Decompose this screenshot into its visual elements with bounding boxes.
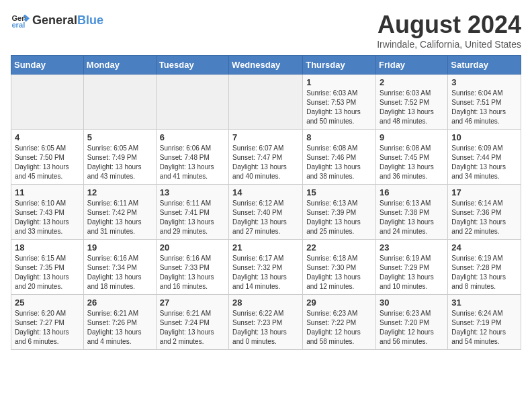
calendar-cell: 16Sunrise: 6:13 AM Sunset: 7:38 PM Dayli…	[376, 185, 448, 240]
logo-blue: Blue	[77, 13, 103, 27]
day-number: 19	[87, 242, 152, 253]
calendar-cell	[229, 75, 303, 130]
day-number: 5	[87, 132, 152, 142]
logo: Gen eral GeneralBlue	[11, 11, 103, 30]
calendar-cell: 31Sunrise: 6:24 AM Sunset: 7:19 PM Dayli…	[448, 295, 521, 350]
day-number: 22	[306, 242, 372, 253]
day-number: 13	[160, 187, 225, 197]
logo-icon: Gen eral	[11, 11, 30, 30]
calendar-cell: 30Sunrise: 6:23 AM Sunset: 7:20 PM Dayli…	[376, 295, 448, 350]
calendar-cell: 4Sunrise: 6:05 AM Sunset: 7:50 PM Daylig…	[11, 130, 84, 185]
week-row-1: 4Sunrise: 6:05 AM Sunset: 7:50 PM Daylig…	[11, 130, 521, 185]
day-info: Sunrise: 6:11 AM Sunset: 7:41 PM Dayligh…	[160, 199, 225, 236]
calendar-cell	[83, 75, 156, 130]
logo-text: GeneralBlue	[32, 13, 103, 28]
day-info: Sunrise: 6:08 AM Sunset: 7:46 PM Dayligh…	[306, 144, 372, 181]
calendar-cell: 5Sunrise: 6:05 AM Sunset: 7:49 PM Daylig…	[83, 130, 156, 185]
day-number: 30	[380, 298, 444, 308]
day-info: Sunrise: 6:23 AM Sunset: 7:20 PM Dayligh…	[380, 309, 444, 347]
calendar-cell: 15Sunrise: 6:13 AM Sunset: 7:39 PM Dayli…	[303, 185, 376, 240]
header-monday: Monday	[83, 56, 156, 75]
day-info: Sunrise: 6:19 AM Sunset: 7:28 PM Dayligh…	[451, 254, 517, 291]
day-info: Sunrise: 6:17 AM Sunset: 7:32 PM Dayligh…	[232, 254, 299, 291]
day-number: 11	[15, 187, 80, 197]
day-number: 3	[451, 77, 517, 87]
title-block: August 2024 Irwindale, California, Unite…	[377, 11, 521, 50]
header-friday: Friday	[376, 56, 448, 75]
header-tuesday: Tuesday	[156, 56, 228, 75]
week-row-2: 11Sunrise: 6:10 AM Sunset: 7:43 PM Dayli…	[11, 185, 521, 240]
calendar-cell: 19Sunrise: 6:16 AM Sunset: 7:34 PM Dayli…	[83, 240, 156, 295]
day-number: 10	[451, 132, 517, 142]
calendar-cell: 7Sunrise: 6:07 AM Sunset: 7:47 PM Daylig…	[229, 130, 303, 185]
day-number: 8	[306, 132, 372, 142]
day-number: 31	[451, 298, 517, 308]
calendar-cell: 18Sunrise: 6:15 AM Sunset: 7:35 PM Dayli…	[11, 240, 84, 295]
calendar-cell: 2Sunrise: 6:03 AM Sunset: 7:52 PM Daylig…	[376, 75, 448, 130]
calendar-cell: 23Sunrise: 6:19 AM Sunset: 7:29 PM Dayli…	[376, 240, 448, 295]
calendar-cell: 26Sunrise: 6:21 AM Sunset: 7:26 PM Dayli…	[83, 295, 156, 350]
day-number: 1	[306, 77, 372, 87]
calendar-title: August 2024	[377, 11, 521, 39]
calendar-body: 1Sunrise: 6:03 AM Sunset: 7:53 PM Daylig…	[11, 75, 521, 350]
day-number: 25	[15, 298, 80, 308]
week-row-4: 25Sunrise: 6:20 AM Sunset: 7:27 PM Dayli…	[11, 295, 521, 350]
header-wednesday: Wednesday	[229, 56, 303, 75]
calendar-cell: 13Sunrise: 6:11 AM Sunset: 7:41 PM Dayli…	[156, 185, 228, 240]
day-info: Sunrise: 6:05 AM Sunset: 7:49 PM Dayligh…	[87, 144, 152, 181]
calendar-cell: 12Sunrise: 6:11 AM Sunset: 7:42 PM Dayli…	[83, 185, 156, 240]
day-number: 7	[232, 132, 299, 142]
svg-text:eral: eral	[11, 21, 25, 29]
day-number: 2	[380, 77, 444, 87]
calendar-cell	[11, 75, 84, 130]
day-number: 24	[451, 242, 517, 253]
calendar-cell: 10Sunrise: 6:09 AM Sunset: 7:44 PM Dayli…	[448, 130, 521, 185]
day-info: Sunrise: 6:11 AM Sunset: 7:42 PM Dayligh…	[87, 199, 152, 236]
day-number: 17	[451, 187, 517, 197]
day-number: 15	[306, 187, 372, 197]
day-number: 26	[87, 298, 152, 308]
day-info: Sunrise: 6:23 AM Sunset: 7:22 PM Dayligh…	[306, 309, 372, 347]
day-info: Sunrise: 6:16 AM Sunset: 7:33 PM Dayligh…	[160, 254, 225, 291]
calendar-cell: 9Sunrise: 6:08 AM Sunset: 7:45 PM Daylig…	[376, 130, 448, 185]
day-info: Sunrise: 6:09 AM Sunset: 7:44 PM Dayligh…	[451, 144, 517, 181]
day-info: Sunrise: 6:20 AM Sunset: 7:27 PM Dayligh…	[15, 309, 80, 347]
calendar-cell: 27Sunrise: 6:21 AM Sunset: 7:24 PM Dayli…	[156, 295, 228, 350]
day-info: Sunrise: 6:21 AM Sunset: 7:26 PM Dayligh…	[87, 309, 152, 347]
day-number: 28	[232, 298, 299, 308]
calendar-cell: 28Sunrise: 6:22 AM Sunset: 7:23 PM Dayli…	[229, 295, 303, 350]
day-number: 16	[380, 187, 444, 197]
calendar-cell: 25Sunrise: 6:20 AM Sunset: 7:27 PM Dayli…	[11, 295, 84, 350]
day-number: 12	[87, 187, 152, 197]
calendar-cell: 6Sunrise: 6:06 AM Sunset: 7:48 PM Daylig…	[156, 130, 228, 185]
day-info: Sunrise: 6:03 AM Sunset: 7:52 PM Dayligh…	[380, 89, 444, 126]
calendar-cell: 17Sunrise: 6:14 AM Sunset: 7:36 PM Dayli…	[448, 185, 521, 240]
day-info: Sunrise: 6:14 AM Sunset: 7:36 PM Dayligh…	[451, 199, 517, 236]
calendar-cell: 21Sunrise: 6:17 AM Sunset: 7:32 PM Dayli…	[229, 240, 303, 295]
calendar-cell: 29Sunrise: 6:23 AM Sunset: 7:22 PM Dayli…	[303, 295, 376, 350]
day-number: 27	[160, 298, 225, 308]
day-info: Sunrise: 6:13 AM Sunset: 7:38 PM Dayligh…	[380, 199, 444, 236]
header-saturday: Saturday	[448, 56, 521, 75]
day-info: Sunrise: 6:03 AM Sunset: 7:53 PM Dayligh…	[306, 89, 372, 126]
day-info: Sunrise: 6:04 AM Sunset: 7:51 PM Dayligh…	[451, 89, 517, 126]
calendar-cell: 14Sunrise: 6:12 AM Sunset: 7:40 PM Dayli…	[229, 185, 303, 240]
calendar-subtitle: Irwindale, California, United States	[377, 39, 521, 50]
day-info: Sunrise: 6:05 AM Sunset: 7:50 PM Dayligh…	[15, 144, 80, 181]
week-row-3: 18Sunrise: 6:15 AM Sunset: 7:35 PM Dayli…	[11, 240, 521, 295]
calendar-cell: 8Sunrise: 6:08 AM Sunset: 7:46 PM Daylig…	[303, 130, 376, 185]
day-info: Sunrise: 6:16 AM Sunset: 7:34 PM Dayligh…	[87, 254, 152, 291]
day-number: 4	[15, 132, 80, 142]
calendar-cell: 20Sunrise: 6:16 AM Sunset: 7:33 PM Dayli…	[156, 240, 228, 295]
calendar-cell	[156, 75, 228, 130]
day-number: 6	[160, 132, 225, 142]
day-info: Sunrise: 6:21 AM Sunset: 7:24 PM Dayligh…	[160, 309, 225, 347]
day-info: Sunrise: 6:06 AM Sunset: 7:48 PM Dayligh…	[160, 144, 225, 181]
day-info: Sunrise: 6:22 AM Sunset: 7:23 PM Dayligh…	[232, 309, 299, 347]
calendar-cell: 3Sunrise: 6:04 AM Sunset: 7:51 PM Daylig…	[448, 75, 521, 130]
day-info: Sunrise: 6:24 AM Sunset: 7:19 PM Dayligh…	[451, 309, 517, 347]
day-info: Sunrise: 6:19 AM Sunset: 7:29 PM Dayligh…	[380, 254, 444, 291]
calendar-table: SundayMondayTuesdayWednesdayThursdayFrid…	[11, 55, 521, 350]
day-info: Sunrise: 6:12 AM Sunset: 7:40 PM Dayligh…	[232, 199, 299, 236]
day-number: 21	[232, 242, 299, 253]
